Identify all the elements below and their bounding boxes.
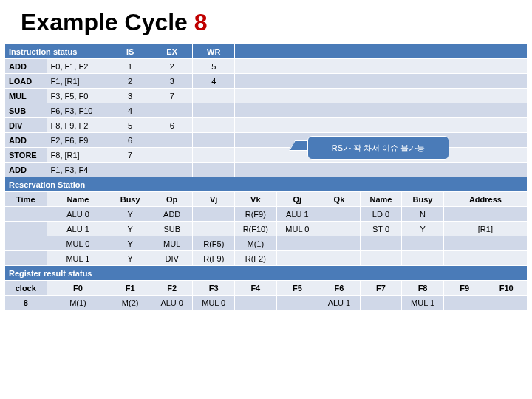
cell: F3	[193, 281, 235, 296]
table-row: ALU 0 Y ADD R(F9) ALU 1 LD 0 N	[5, 207, 528, 222]
table-row: SUB F6, F3, F10 4	[5, 103, 528, 118]
cell: 8	[5, 296, 47, 310]
instr-col-is: IS	[109, 44, 151, 59]
title-prefix: Example Cycle	[21, 9, 194, 35]
cell: R(F9)	[193, 251, 235, 266]
cell	[318, 236, 361, 251]
cell: ADD	[5, 163, 47, 177]
cell	[193, 222, 235, 236]
cell	[276, 236, 318, 251]
cell	[193, 103, 235, 118]
table-row: MUL 0 Y MUL R(F5) M(1)	[5, 236, 528, 251]
cell: 3	[151, 74, 193, 89]
cell: N	[402, 207, 444, 222]
cell	[318, 222, 361, 236]
table-row: Time Name Busy Op Vj Vk Qj Qk Name Busy …	[5, 192, 528, 207]
cell: DIV	[5, 118, 47, 133]
cell	[109, 163, 151, 177]
cell: 6	[151, 118, 193, 133]
cell	[193, 133, 235, 148]
cell	[318, 251, 361, 266]
cell: clock	[5, 281, 47, 296]
page-title: Example Cycle 8	[0, 0, 532, 44]
cell	[276, 251, 318, 266]
cell: Qj	[276, 192, 318, 207]
cell	[5, 236, 47, 251]
cell: F4	[235, 281, 277, 296]
instr-col-ex: EX	[151, 44, 193, 59]
cell: 2	[109, 74, 151, 89]
cell	[151, 133, 193, 148]
cell: MUL 1	[47, 251, 109, 266]
instruction-status-table: Instruction status IS EX WR ADD F0, F1, …	[4, 44, 528, 310]
cell: R(F9)	[235, 207, 277, 222]
callout-bubble: RS가 꽉 차서 이슈 불가능	[307, 136, 449, 160]
cell: MUL 0	[193, 296, 235, 310]
cell: 7	[151, 89, 193, 103]
cell: ADD	[151, 207, 193, 222]
cell: SUB	[151, 222, 193, 236]
cell	[235, 296, 277, 310]
cell: LD 0	[360, 207, 402, 222]
cell	[193, 163, 235, 177]
instr-header: Instruction status	[5, 44, 109, 59]
cell: SUB	[5, 103, 47, 118]
cell: F1, [R1]	[47, 74, 109, 89]
cell	[193, 89, 235, 103]
cell: Y	[109, 207, 151, 222]
cell: F1, F3, F4	[47, 163, 109, 177]
table-row: MUL F3, F5, F0 3 7	[5, 89, 528, 103]
cell: 1	[109, 59, 151, 74]
cell: MUL 0	[276, 222, 318, 236]
cell: F9	[443, 281, 485, 296]
callout-text: RS가 꽉 차서 이슈 불가능	[332, 143, 426, 154]
cell	[360, 236, 402, 251]
cell: R(F5)	[193, 236, 235, 251]
cell	[402, 251, 444, 266]
cell	[151, 163, 193, 177]
cell	[151, 103, 193, 118]
cell: 4	[193, 74, 235, 89]
cell	[360, 251, 402, 266]
cell	[5, 251, 47, 266]
table-row: clock F0 F1 F2 F3 F4 F5 F6 F7 F8 F9 F10	[5, 281, 528, 296]
cell: F8, F9, F2	[47, 118, 109, 133]
cell: 5	[193, 59, 235, 74]
cell: M(1)	[235, 236, 277, 251]
reg-header: Register result status	[5, 266, 528, 281]
cell	[443, 296, 485, 310]
cell: ADD	[5, 133, 47, 148]
cell: Name	[47, 192, 109, 207]
cell: Time	[5, 192, 47, 207]
cell: 3	[109, 89, 151, 103]
cell: M(1)	[47, 296, 109, 310]
cell: F6, F3, F10	[47, 103, 109, 118]
content-area: Instruction status IS EX WR ADD F0, F1, …	[0, 44, 532, 310]
cell: M(2)	[109, 296, 151, 310]
cell: DIV	[151, 251, 193, 266]
cell	[235, 74, 528, 89]
cell	[485, 296, 528, 310]
cell: MUL	[151, 236, 193, 251]
cell: Y	[402, 222, 444, 236]
cell: STORE	[5, 148, 47, 163]
cell: 7	[109, 148, 151, 163]
cell: MUL 1	[402, 296, 444, 310]
cell: ST 0	[360, 222, 402, 236]
cell: 2	[151, 59, 193, 74]
cell: ALU 1	[47, 222, 109, 236]
title-cycle: 8	[194, 9, 208, 35]
cell: Name	[360, 192, 402, 207]
cell	[5, 222, 47, 236]
cell: Busy	[109, 192, 151, 207]
cell: R(F2)	[235, 251, 277, 266]
cell: [R1]	[443, 222, 527, 236]
cell: ADD	[5, 59, 47, 74]
cell: 6	[109, 133, 151, 148]
cell: MUL	[5, 89, 47, 103]
cell	[151, 148, 193, 163]
cell	[360, 296, 402, 310]
cell: Y	[109, 251, 151, 266]
cell	[235, 103, 528, 118]
cell: F3, F5, F0	[47, 89, 109, 103]
